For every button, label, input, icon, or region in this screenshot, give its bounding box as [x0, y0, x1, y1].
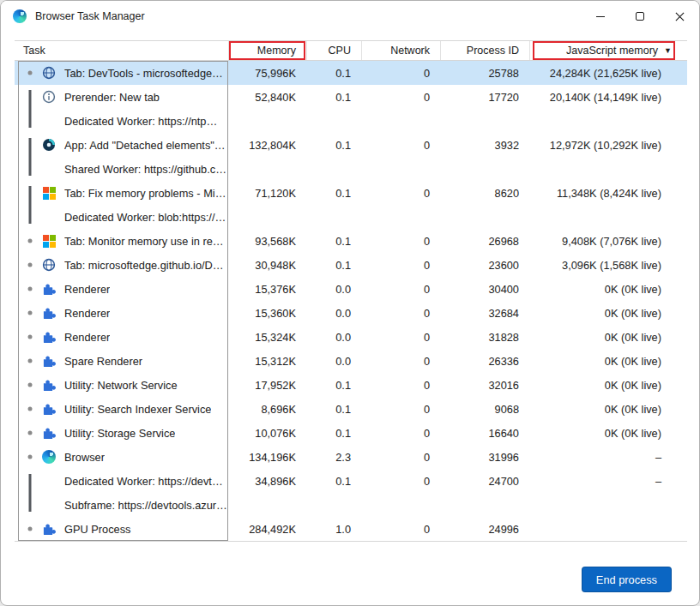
table-row[interactable]: Browser 134,196K 2.3 0 31996 –	[15, 445, 687, 469]
network-value: 0	[361, 85, 440, 109]
memory-value: 30,948K	[228, 253, 306, 277]
task-label: Renderer	[64, 283, 110, 296]
js-memory-value: 0K (0K live)	[529, 397, 687, 421]
puzzle-icon	[39, 307, 59, 320]
table-row[interactable]: Utility: Storage Service 10,076K 0.1 0 1…	[15, 421, 687, 445]
table-row[interactable]: Tab: Monitor memory use in re… 93,568K 0…	[15, 229, 687, 253]
minimize-button[interactable]	[581, 1, 620, 32]
content-area: Task Memory CPU Network Process ID JavaS…	[1, 32, 699, 606]
network-value: 0	[361, 349, 440, 373]
table-row[interactable]: Spare Renderer 15,312K 0.0 0 26336 0K (0…	[15, 349, 687, 373]
process-id-value: 30400	[440, 277, 529, 301]
js-memory-value: –	[529, 445, 687, 469]
network-value: 0	[361, 421, 440, 445]
maximize-button[interactable]	[620, 1, 660, 32]
ms-logo-icon	[39, 187, 59, 200]
js-memory-value: 0K (0K live)	[529, 349, 687, 373]
memory-value: 15,312K	[228, 349, 306, 373]
process-table: Task Memory CPU Network Process ID JavaS…	[15, 40, 687, 542]
js-memory-value: 24,284K (21,625K live)	[529, 61, 687, 85]
js-memory-value: –	[529, 469, 687, 493]
js-memory-value	[529, 493, 687, 517]
process-id-value: 17720	[440, 85, 529, 109]
end-process-button[interactable]: End process	[582, 567, 672, 592]
table-row[interactable]: Tab: Fix memory problems - Mi… 71,120K 0…	[15, 181, 687, 205]
column-header-cpu[interactable]: CPU	[306, 41, 361, 60]
column-header-network[interactable]: Network	[361, 41, 440, 60]
process-id-value: 25788	[440, 61, 529, 85]
task-label: Tab: DevTools - microsoftedge…	[64, 67, 223, 80]
table-row[interactable]: Dedicated Worker: https://devt… 34,896K …	[15, 469, 687, 493]
column-header-process-id[interactable]: Process ID	[440, 41, 529, 60]
task-label: Tab: Fix memory problems - Mi…	[64, 187, 226, 200]
cpu-value: 0.0	[306, 325, 361, 349]
process-dot-indicator	[21, 373, 39, 397]
table-row[interactable]: Dedicated Worker: blob:https://…	[15, 205, 687, 229]
table-row[interactable]: Renderer 15,360K 0.0 0 32684 0K (0K live…	[15, 301, 687, 325]
memory-value: 10,076K	[228, 421, 306, 445]
process-id-value: 8620	[440, 181, 529, 205]
task-cell: Dedicated Worker: https://ntp…	[15, 109, 228, 133]
task-label: Utility: Network Service	[64, 379, 178, 392]
table-row[interactable]: Utility: Search Indexer Service 8,696K 0…	[15, 397, 687, 421]
task-label: Dedicated Worker: https://devt…	[64, 475, 223, 488]
puzzle-icon	[39, 283, 59, 296]
task-cell: Subframe: https://devtools.azur…	[15, 493, 228, 517]
table-row[interactable]: Subframe: https://devtools.azur…	[15, 493, 687, 517]
table-row[interactable]: Utility: Network Service 17,952K 0.1 0 3…	[15, 373, 687, 397]
js-memory-value: 20,140K (14,149K live)	[529, 85, 687, 109]
process-dot-indicator	[21, 517, 39, 541]
cpu-value: 0.1	[306, 397, 361, 421]
column-header-task[interactable]: Task	[15, 41, 228, 60]
table-row[interactable]: Tab: DevTools - microsoftedge… 75,996K 0…	[15, 61, 687, 85]
table-row[interactable]: GPU Process 284,492K 1.0 0 24996	[15, 517, 687, 541]
cpu-value: 0.1	[306, 373, 361, 397]
process-id-value: 31828	[440, 325, 529, 349]
network-value: 0	[361, 277, 440, 301]
js-memory-value: 11,348K (8,424K live)	[529, 181, 687, 205]
network-value: 0	[361, 373, 440, 397]
process-group-bar-indicator	[21, 109, 39, 133]
task-label: Shared Worker: https://github.c…	[64, 163, 226, 176]
js-memory-value: 12,972K (10,292K live)	[529, 133, 687, 157]
memory-value	[228, 157, 306, 181]
cpu-value: 0.1	[306, 229, 361, 253]
process-dot-indicator	[21, 325, 39, 349]
puzzle-icon	[39, 331, 59, 344]
task-label: Renderer	[64, 331, 110, 344]
close-button[interactable]	[660, 1, 699, 32]
memory-value: 52,840K	[228, 85, 306, 109]
memory-value	[228, 109, 306, 133]
column-header-js-memory[interactable]: JavaScript memory ▼	[529, 41, 687, 60]
cpu-value: 1.0	[306, 517, 361, 541]
process-group-bar-indicator	[21, 157, 39, 181]
table-row[interactable]: Renderer 15,376K 0.0 0 30400 0K (0K live…	[15, 277, 687, 301]
puzzle-icon	[39, 403, 59, 416]
table-row[interactable]: Prerender: New tab 52,840K 0.1 0 17720 2…	[15, 85, 687, 109]
memory-value: 284,492K	[228, 517, 306, 541]
process-id-value	[440, 493, 529, 517]
table-row[interactable]: Shared Worker: https://github.c…	[15, 157, 687, 181]
table-row[interactable]: Tab: microsoftedge.github.io/D… 30,948K …	[15, 253, 687, 277]
js-memory-value: 0K (0K live)	[529, 373, 687, 397]
process-id-value	[440, 157, 529, 181]
cpu-value: 0.1	[306, 253, 361, 277]
column-header-memory[interactable]: Memory	[228, 41, 306, 60]
table-row[interactable]: App: Add "Detached elements"… 132,804K 0…	[15, 133, 687, 157]
js-memory-value	[529, 109, 687, 133]
prerender-icon	[39, 90, 59, 104]
js-memory-value: 0K (0K live)	[529, 325, 687, 349]
titlebar: Browser Task Manager	[1, 1, 699, 32]
table-row[interactable]: Dedicated Worker: https://ntp…	[15, 109, 687, 133]
table-row[interactable]: Renderer 15,324K 0.0 0 31828 0K (0K live…	[15, 325, 687, 349]
cpu-value	[306, 109, 361, 133]
app-icon	[39, 138, 59, 152]
network-value	[361, 109, 440, 133]
task-label: Tab: Monitor memory use in re…	[64, 235, 224, 248]
memory-value	[228, 205, 306, 229]
task-cell: GPU Process	[15, 517, 228, 541]
task-cell: Tab: DevTools - microsoftedge…	[15, 61, 228, 85]
network-value: 0	[361, 469, 440, 493]
process-id-value: 32016	[440, 373, 529, 397]
task-cell: Shared Worker: https://github.c…	[15, 157, 228, 181]
